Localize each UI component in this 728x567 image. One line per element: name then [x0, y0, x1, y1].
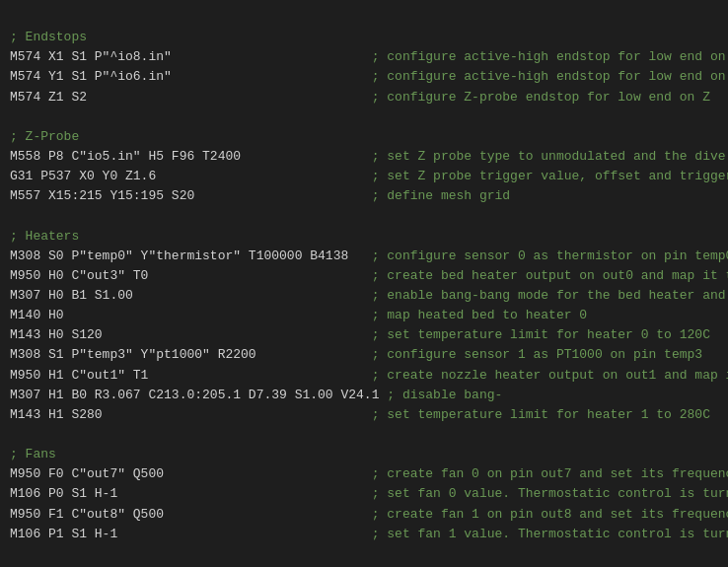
blank-line: [10, 425, 718, 445]
comment-text: ; define mesh grid: [372, 186, 510, 206]
comment-text: ; set fan 1 value. Thermostatic control …: [372, 525, 728, 544]
code-text: M574 X1 S1 P"^io8.in": [10, 47, 172, 67]
comment-text: ; configure sensor 0 as thermistor on pi…: [372, 247, 728, 266]
padding: [103, 405, 372, 425]
comment-text: ; configure sensor 1 as PT1000 on pin te…: [372, 345, 702, 365]
code-line: M140 H0 ; map heated bed to heater 0: [10, 306, 718, 325]
code-line: ; Endstops: [10, 28, 718, 47]
padding: [172, 47, 372, 67]
comment-text: ; set Z probe type to unmodulated and th…: [372, 147, 726, 167]
code-text: M106 P0 S1 H-1: [10, 484, 117, 504]
comment-text: ; set Z probe trigger value, offset and …: [372, 167, 728, 186]
padding: [194, 186, 371, 206]
code-line: M950 H1 C"out1" T1 ; create nozzle heate…: [10, 366, 718, 386]
padding: [348, 247, 371, 266]
padding: [256, 345, 372, 365]
code-line: M574 X1 S1 P"^io8.in" ; configure active…: [10, 47, 718, 67]
section-header: ; Endstops: [10, 28, 87, 47]
code-line: ; Fans: [10, 445, 718, 464]
code-line: M557 X15:215 Y15:195 S20 ; define mesh g…: [10, 186, 718, 206]
padding: [117, 484, 371, 504]
code-line: M143 H1 S280 ; set temperature limit for…: [10, 405, 718, 425]
code-line: M574 Y1 S1 P"^io6.in" ; configure active…: [10, 67, 718, 87]
code-text: M557 X15:215 Y15:195 S20: [10, 186, 194, 206]
code-text: M950 H1 C"out1" T1: [10, 366, 148, 386]
code-line: ; Heaters: [10, 227, 718, 247]
padding: [241, 147, 372, 167]
code-text: M307 H0 B1 S1.00: [10, 286, 133, 306]
padding: [172, 67, 372, 87]
code-line: M950 F0 C"out7" Q500 ; create fan 0 on p…: [10, 464, 718, 484]
padding: [103, 325, 372, 345]
section-header: ; Heaters: [10, 227, 79, 247]
padding: [117, 525, 371, 544]
code-line: M143 H0 S120 ; set temperature limit for…: [10, 325, 718, 345]
padding: [148, 366, 371, 386]
code-line: M307 H1 B0 R3.067 C213.0:205.1 D7.39 S1.…: [10, 386, 718, 405]
padding: [64, 306, 372, 325]
code-text: M143 H1 S280: [10, 405, 103, 425]
code-text: M106 P1 S1 H-1: [10, 525, 117, 544]
section-header: ; Z-Probe: [10, 127, 79, 147]
code-text: M308 S1 P"temp3" Y"pt1000" R2200: [10, 345, 256, 365]
comment-text: ; create bed heater output on out0 and m…: [372, 266, 728, 286]
padding: [164, 505, 372, 525]
blank-line: [10, 544, 718, 564]
comment-text: ; configure active-high endstop for low …: [372, 47, 728, 67]
code-text: M950 F0 C"out7" Q500: [10, 464, 164, 484]
code-text: M140 H0: [10, 306, 64, 325]
padding: [164, 464, 372, 484]
code-text: M558 P8 C"io5.in" H5 F96 T2400: [10, 147, 241, 167]
code-text: M143 H0 S120: [10, 325, 103, 345]
code-text: M574 Y1 S1 P"^io6.in": [10, 67, 172, 87]
code-line: M307 H0 B1 S1.00 ; enable bang-bang mode…: [10, 286, 718, 306]
comment-text: ; set temperature limit for heater 1 to …: [372, 405, 710, 425]
code-text: M307 H1 B0 R3.067 C213.0:205.1 D7.39 S1.…: [10, 386, 379, 405]
code-line: M106 P0 S1 H-1 ; set fan 0 value. Thermo…: [10, 484, 718, 504]
comment-text: ; map heated bed to heater 0: [372, 306, 587, 325]
code-line: M308 S1 P"temp3" Y"pt1000" R2200 ; confi…: [10, 345, 718, 365]
code-line: M950 F1 C"out8" Q500 ; create fan 1 on p…: [10, 505, 718, 525]
comment-text: ; create fan 1 on pin out8 and set its f…: [372, 505, 728, 525]
code-text: M950 H0 C"out3" T0: [10, 266, 148, 286]
code-line: M574 Z1 S2 ; configure Z-probe endstop f…: [10, 88, 718, 107]
padding: [156, 167, 371, 186]
code-line: M950 H0 C"out3" T0 ; create bed heater o…: [10, 266, 718, 286]
padding: [148, 266, 371, 286]
padding: [87, 88, 372, 107]
code-line: G31 P537 X0 Y0 Z1.6 ; set Z probe trigge…: [10, 167, 718, 186]
code-line: ; Z-Probe: [10, 127, 718, 147]
code-text: M950 F1 C"out8" Q500: [10, 505, 164, 525]
code-line: M106 P1 S1 H-1 ; set fan 1 value. Thermo…: [10, 525, 718, 544]
code-line: M308 S0 P"temp0" Y"thermistor" T100000 B…: [10, 247, 718, 266]
code-text: G31 P537 X0 Y0 Z1.6: [10, 167, 156, 186]
comment-text: ; create fan 0 on pin out7 and set its f…: [372, 464, 728, 484]
comment-text: ; set fan 0 value. Thermostatic control …: [372, 484, 728, 504]
blank-line: [10, 206, 718, 226]
code-editor: ; EndstopsM574 X1 S1 P"^io8.in" ; config…: [0, 0, 728, 567]
comment-text: ; create nozzle heater output on out1 an…: [372, 366, 728, 386]
comment-text: ; enable bang-bang mode for the bed heat…: [372, 286, 726, 306]
code-line: M558 P8 C"io5.in" H5 F96 T2400 ; set Z p…: [10, 147, 718, 167]
comment-text: ; set temperature limit for heater 0 to …: [372, 325, 710, 345]
padding: [133, 286, 372, 306]
code-text: M574 Z1 S2: [10, 88, 87, 107]
section-header: ; Fans: [10, 445, 56, 464]
comment-text: ; disable bang-: [387, 386, 502, 405]
code-text: M308 S0 P"temp0" Y"thermistor" T100000 B…: [10, 247, 348, 266]
blank-line: [10, 107, 718, 127]
comment-text: ; configure active-high endstop for low …: [372, 67, 728, 87]
padding: [379, 386, 387, 405]
comment-text: ; configure Z-probe endstop for low end …: [372, 88, 710, 107]
